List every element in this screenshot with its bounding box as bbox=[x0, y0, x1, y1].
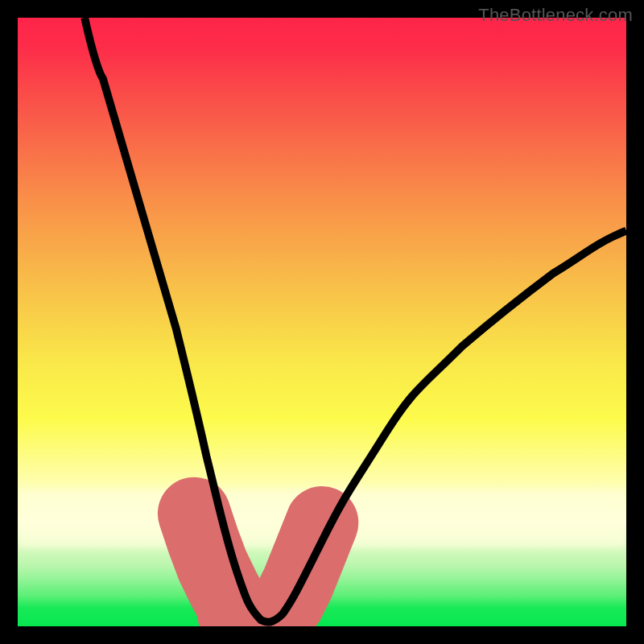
chart-area bbox=[18, 18, 626, 626]
curve-svg bbox=[18, 18, 626, 626]
watermark: TheBottleneck.com bbox=[478, 5, 633, 26]
